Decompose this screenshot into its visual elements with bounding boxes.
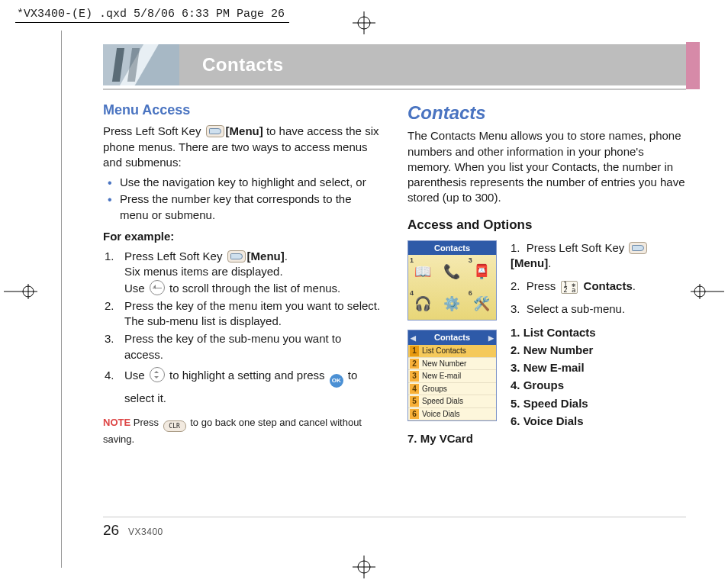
file-slug: *VX3400-(E) .qxd 5/8/06 6:33 PM Page 26: [15, 8, 289, 23]
model-number: VX3400: [128, 527, 163, 537]
registration-mark-bottom: [353, 556, 375, 578]
banner-underline: [103, 89, 686, 90]
section-tab: [686, 42, 700, 89]
note: NOTE Press CLR to go back one step and c…: [103, 415, 382, 447]
heading-contacts: Contacts: [407, 101, 686, 125]
intro-paragraph: Press Left Soft Key [Menu] to have acces…: [103, 124, 382, 170]
list-item: Use to highlight a setting and press OK …: [103, 365, 382, 410]
example-heading: For example:: [103, 229, 382, 244]
list-item: Press the key of the sub-menu you want t…: [103, 331, 382, 362]
soft-key-icon: [629, 242, 647, 254]
heading-access-options: Access and Options: [407, 217, 686, 234]
screen-contacts-grid: Contacts 1📖 📞 3📮 4🎧 ⚙️ 6🛠️: [407, 240, 497, 321]
example-steps: Press Left Soft Key [Menu]. Six menus it…: [103, 249, 382, 409]
note-label: NOTE: [103, 417, 130, 428]
chapter-banner: Contacts: [103, 44, 686, 85]
nav-vertical-icon: [150, 367, 165, 382]
clr-key-icon: CLR: [163, 420, 186, 432]
key-1-2-icon: 1 ❋2 a: [561, 281, 578, 294]
registration-mark-left: [4, 282, 37, 301]
banner-title: Contacts: [202, 54, 284, 76]
contacts-intro: The Contacts Menu allows you to store na…: [407, 128, 686, 205]
list-item: Press the key of the menu item you want …: [103, 298, 382, 330]
access-methods-list: Use the navigation key to highlight and …: [103, 175, 382, 223]
column-left: Menu Access Press Left Soft Key [Menu] t…: [103, 101, 382, 518]
list-item: 7. My VCard: [407, 431, 686, 446]
ok-key-icon: OK: [330, 374, 343, 388]
heading-menu-access: Menu Access: [103, 101, 382, 119]
banner-photo: [103, 44, 179, 85]
registration-mark-top: [353, 11, 375, 34]
list-item: Use the navigation key to highlight and …: [103, 175, 382, 190]
soft-key-icon: [227, 250, 246, 263]
screen-contacts-list: ◀Contacts▶ 1List Contacts 2New Number 3N…: [407, 330, 497, 421]
list-item: Press Left Soft Key [Menu]. Six menus it…: [103, 249, 382, 296]
registration-mark-right: [691, 282, 724, 301]
column-right: Contacts The Contacts Menu allows you to…: [407, 101, 686, 518]
nav-horizontal-icon: [150, 280, 165, 295]
page-footer: 26 VX3400: [103, 517, 686, 539]
page-content: Menu Access Press Left Soft Key [Menu] t…: [103, 101, 686, 518]
phone-screenshots: Contacts 1📖 📞 3📮 4🎧 ⚙️ 6🛠️ ◀Contacts▶ 1L…: [407, 240, 497, 422]
page-number: 26: [103, 522, 119, 538]
soft-key-icon: [206, 125, 224, 137]
list-item: Press the number key that corresponds to…: [103, 192, 382, 223]
page-margin-rule: [61, 31, 62, 568]
